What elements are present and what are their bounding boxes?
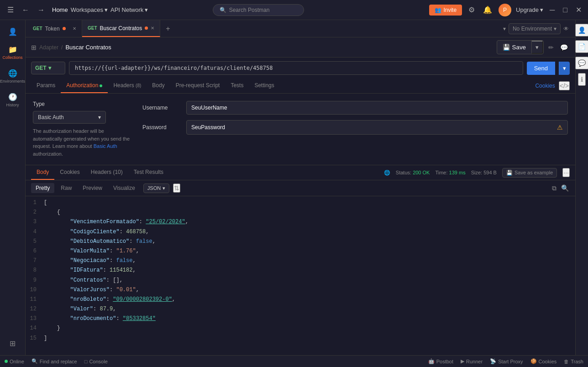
tab-buscar-contratos[interactable]: GET Buscar Contratos ✕ <box>82 20 160 37</box>
globe-icon: 🌐 <box>384 170 390 176</box>
tab-name-buscar-contratos: Buscar Contratos <box>100 25 142 31</box>
find-replace-button[interactable]: 🔍 Find and replace <box>31 358 77 364</box>
invite-button[interactable]: 👥 Invite <box>429 5 462 16</box>
runner-button[interactable]: ▶ Runner <box>461 358 483 364</box>
password-input[interactable]: SeuPassword ⚠ <box>186 120 568 135</box>
body-tab-preview[interactable]: Preview <box>78 183 107 193</box>
sidebar-item-environments[interactable]: 🌐 Environments <box>0 65 25 87</box>
auth-type-select[interactable]: Basic Auth ▾ <box>33 111 106 124</box>
res-tab-cookies[interactable]: Cookies <box>54 165 85 180</box>
res-tab-test-results[interactable]: Test Results <box>128 165 169 180</box>
minimize-button[interactable]: ─ <box>548 4 556 16</box>
manage-environments-button[interactable]: 👁 <box>562 25 570 33</box>
settings-button[interactable]: ⚙ <box>467 4 477 16</box>
right-panel-button-2[interactable]: 📄 <box>575 40 588 53</box>
workspaces-button[interactable]: Workspaces ▾ <box>71 6 108 13</box>
body-tab-raw[interactable]: Raw <box>56 183 76 193</box>
edit-icon-button[interactable]: ✏ <box>546 42 556 53</box>
json-line-13: 13 "nroDocumento": "85332854" <box>26 314 575 324</box>
format-select[interactable]: JSON ▾ <box>143 184 169 193</box>
res-tab-body[interactable]: Body <box>31 165 54 180</box>
sidebar-item-collections[interactable]: 📁 Collections <box>0 42 25 63</box>
tab-add-button[interactable]: + <box>160 25 175 33</box>
right-sidebar: 👤 📄 💬 ℹ <box>575 20 588 355</box>
collections-icon: 📁 <box>8 45 17 54</box>
tabs-overflow-button[interactable]: ▾ <box>502 25 507 33</box>
start-proxy-button[interactable]: 📡 Start Proxy <box>490 358 523 364</box>
home-link[interactable]: Home <box>52 6 68 13</box>
req-tab-settings[interactable]: Settings <box>249 79 279 93</box>
search-bar[interactable]: 🔍 Search Postman <box>213 4 304 16</box>
req-tab-prerequest[interactable]: Pre-request Script <box>170 79 226 93</box>
api-network-button[interactable]: API Network ▾ <box>110 6 148 13</box>
maximize-button[interactable]: □ <box>561 4 569 16</box>
sidebar-item-account[interactable]: 👤 <box>0 24 25 40</box>
right-panel-button-4[interactable]: ℹ <box>578 73 586 86</box>
search-response-button[interactable]: 🔍 <box>560 184 570 193</box>
auth-info-text: The authorization header will be automat… <box>33 127 133 157</box>
top-bar-right: 👥 Invite ⚙ 🔔 P Upgrade ▾ ─ □ ✕ <box>429 4 583 16</box>
send-dropdown-button[interactable]: ▾ <box>559 62 570 75</box>
menu-button[interactable]: ☰ <box>5 5 16 15</box>
response-time: 139 ms <box>449 170 466 175</box>
copy-response-button[interactable]: ⧉ <box>551 184 557 193</box>
tabs-actions: ▾ No Environment ▾ 👁 <box>502 23 573 34</box>
trash-button[interactable]: 🗑 Trash <box>564 359 583 364</box>
back-button[interactable]: ← <box>19 5 32 15</box>
postbot-button[interactable]: 🤖 Postbot <box>428 358 453 364</box>
req-tab-headers[interactable]: Headers (8) <box>108 79 147 93</box>
body-tab-visualize[interactable]: Visualize <box>109 183 140 193</box>
auth-active-dot <box>100 84 102 87</box>
save-example-button[interactable]: 💾 Save as example <box>502 168 557 178</box>
notifications-button[interactable]: 🔔 <box>481 4 494 16</box>
code-snippet-button[interactable]: </> <box>559 81 570 90</box>
postbot-label: Postbot <box>436 359 453 364</box>
req-tab-authorization[interactable]: Authorization <box>61 79 108 93</box>
environment-select[interactable]: No Environment ▾ <box>509 23 561 34</box>
method-select[interactable]: GET ▾ <box>31 62 65 74</box>
req-tab-body[interactable]: Body <box>147 79 170 93</box>
upgrade-button[interactable]: Upgrade ▾ <box>516 6 543 13</box>
sidebar-bottom: ⊞ <box>8 336 17 351</box>
username-input[interactable]: SeuUserName <box>186 101 568 115</box>
close-button[interactable]: ✕ <box>574 4 583 16</box>
sidebar-item-history[interactable]: 🕐 History <box>0 89 25 111</box>
req-tab-tests[interactable]: Tests <box>225 79 249 93</box>
json-line-1: 1 [ <box>26 198 575 208</box>
sidebar-item-grids[interactable]: ⊞ <box>8 336 17 351</box>
json-line-10: 10 "ValorJuros": "0.01", <box>26 285 575 295</box>
headers-badge: (8) <box>136 83 141 88</box>
top-bar: ☰ ← → Home Workspaces ▾ API Network ▾ 🔍 … <box>0 0 588 20</box>
url-input[interactable] <box>69 61 523 75</box>
save-dropdown-button[interactable]: ▾ <box>531 41 543 54</box>
tab-close-buscar[interactable]: ✕ <box>151 26 154 31</box>
tab-token[interactable]: GET Token ✕ <box>27 20 82 37</box>
console-button[interactable]: □ Console <box>84 359 108 364</box>
body-tab-pretty[interactable]: Pretty <box>31 183 54 193</box>
res-tab-headers[interactable]: Headers (10) <box>85 165 128 180</box>
username-label: Username <box>142 105 179 111</box>
json-line-14: 14 } <box>26 324 575 333</box>
req-tab-params[interactable]: Params <box>31 79 61 93</box>
comment-icon-button[interactable]: 💬 <box>558 42 570 53</box>
right-panel-button-1[interactable]: 👤 <box>575 24 588 37</box>
send-button[interactable]: Send <box>527 62 555 75</box>
breadcrumb-path[interactable]: Adapter <box>39 44 58 51</box>
more-options-button[interactable]: ··· <box>562 168 570 177</box>
json-viewer: 1 [ 2 { 3 "VencimentoFormatado": "25/02/… <box>26 196 575 355</box>
runner-label: Runner <box>466 359 483 364</box>
basic-auth-link[interactable]: Basic Auth <box>94 143 117 149</box>
breadcrumb-separator: / <box>61 44 63 51</box>
cookies-bottom-button[interactable]: 🍪 Cookies <box>530 358 557 364</box>
online-label: Online <box>10 359 24 364</box>
save-main-button[interactable]: 💾 Save <box>497 42 531 53</box>
filter-button[interactable]: ⇅ <box>173 184 180 193</box>
cookies-link[interactable]: Cookies <box>535 83 555 89</box>
history-label: History <box>6 103 19 107</box>
forward-button[interactable]: → <box>35 5 47 15</box>
right-panel-button-3[interactable]: 💬 <box>575 57 588 69</box>
breadcrumb-icon: ⊞ <box>31 44 37 51</box>
avatar[interactable]: P <box>499 4 511 16</box>
auth-username-row: Username SeuUserName <box>142 101 568 115</box>
tab-close-token[interactable]: ✕ <box>73 26 76 31</box>
